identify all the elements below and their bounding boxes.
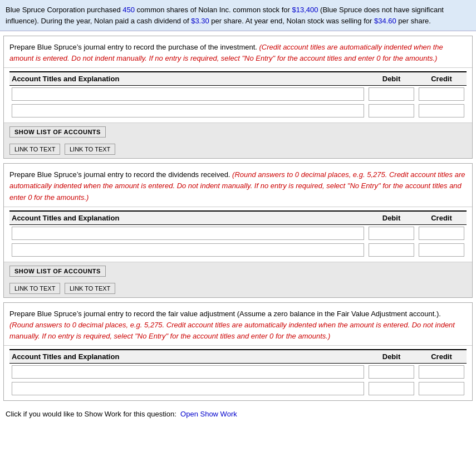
section-3: Prepare Blue Spruce’s journal entry to r…: [3, 302, 473, 401]
section-2-col-acct: Account Titles and Explanation: [9, 211, 366, 225]
section-1-row2-debit: [366, 102, 416, 119]
table-row: [9, 224, 467, 242]
section-1-row2-credit-input[interactable]: [419, 104, 464, 117]
section-2-link1-button[interactable]: LINK TO TEXT: [9, 283, 60, 294]
section-2-row1-credit-input[interactable]: [419, 227, 464, 240]
intro-dividend: $3.30: [191, 17, 209, 25]
table-row: [9, 86, 467, 103]
table-row: [9, 102, 467, 119]
section-2-row2-debit-input[interactable]: [369, 243, 414, 257]
section-2-row1-debit-input[interactable]: [369, 227, 414, 240]
intro-before-shares: Blue Spruce Corporation purchased: [6, 6, 122, 14]
section-3-row2-credit: [416, 380, 467, 397]
section-1-question-normal: Prepare Blue Spruce’s journal entry to r…: [9, 43, 257, 51]
section-3-row2-debit-input[interactable]: [369, 382, 414, 395]
section-2: Prepare Blue Spruce’s journal entry to r…: [3, 163, 473, 297]
section-1: Prepare Blue Spruce’s journal entry to r…: [3, 36, 473, 159]
section-3-question-italic: (Round answers to 0 decimal places, e.g.…: [9, 321, 455, 340]
show-work-label: Click if you would like to Show Work for…: [6, 410, 176, 418]
section-3-row2-credit-input[interactable]: [419, 382, 464, 395]
section-2-row1-credit: [416, 224, 467, 242]
section-1-col-debit: Debit: [366, 72, 416, 86]
section-3-row1-debit: [366, 364, 416, 381]
section-2-question-normal: Prepare Blue Spruce’s journal entry to r…: [9, 170, 230, 179]
section-2-row1-debit: [366, 224, 416, 242]
section-1-link2-button[interactable]: LINK TO TEXT: [65, 144, 115, 155]
section-1-row1-acct-input[interactable]: [12, 87, 364, 101]
section-3-row1-acct-input[interactable]: [12, 365, 364, 379]
intro-after-shares: common shares of Nolan Inc. common stock…: [135, 6, 292, 14]
section-1-row1-acct: [9, 86, 366, 103]
section-3-question-normal: Prepare Blue Spruce’s journal entry to r…: [9, 310, 441, 318]
section-2-table-wrapper: Account Titles and Explanation Debit Cre…: [4, 207, 472, 262]
show-work-line: Click if you would like to Show Work for…: [0, 405, 476, 424]
intro-price: $13,400: [292, 6, 318, 14]
section-1-row2-acct-input[interactable]: [12, 104, 364, 117]
section-1-row2-credit: [416, 102, 467, 119]
section-3-col-credit: Credit: [416, 350, 467, 364]
table-row: [9, 380, 467, 397]
section-2-link2-button[interactable]: LINK TO TEXT: [65, 283, 115, 294]
section-1-row1-debit: [366, 86, 416, 103]
section-1-question: Prepare Blue Spruce’s journal entry to r…: [4, 36, 472, 68]
section-1-table-wrapper: Account Titles and Explanation Debit Cre…: [4, 68, 472, 122]
section-2-row2-credit-input[interactable]: [419, 243, 464, 257]
intro-shares: 450: [122, 6, 135, 14]
section-3-row1-credit-input[interactable]: [419, 365, 464, 379]
section-1-footer: SHOW LIST OF ACCOUNTS LINK TO TEXT LINK …: [4, 122, 472, 158]
section-3-col-acct: Account Titles and Explanation: [9, 350, 366, 364]
section-2-row2-acct: [9, 242, 366, 258]
section-2-row2-acct-input[interactable]: [12, 243, 364, 257]
open-show-work-link[interactable]: Open Show Work: [180, 410, 237, 418]
section-1-row2-debit-input[interactable]: [369, 104, 414, 117]
section-3-row1-credit: [416, 364, 467, 381]
section-2-footer: SHOW LIST OF ACCOUNTS LINK TO TEXT LINK …: [4, 262, 472, 297]
section-1-link1-button[interactable]: LINK TO TEXT: [9, 144, 60, 155]
section-3-row2-debit: [366, 380, 416, 397]
section-1-col-credit: Credit: [416, 72, 467, 86]
section-2-table: Account Titles and Explanation Debit Cre…: [9, 210, 467, 258]
section-2-row1-acct-input[interactable]: [12, 227, 364, 240]
section-1-row1-debit-input[interactable]: [369, 87, 414, 101]
section-1-show-accounts-button[interactable]: SHOW LIST OF ACCOUNTS: [9, 126, 106, 138]
intro-text: Blue Spruce Corporation purchased 450 co…: [0, 0, 476, 31]
section-2-question: Prepare Blue Spruce’s journal entry to r…: [4, 164, 472, 207]
section-1-table: Account Titles and Explanation Debit Cre…: [9, 71, 467, 119]
section-1-row2-acct: [9, 102, 366, 119]
section-1-row1-credit: [416, 86, 467, 103]
section-2-row2-debit: [366, 242, 416, 258]
section-3-col-debit: Debit: [366, 350, 416, 364]
section-3-question: Prepare Blue Spruce’s journal entry to r…: [4, 303, 472, 346]
section-3-table: Account Titles and Explanation Debit Cre…: [9, 349, 467, 397]
intro-year-end-price: $34.60: [374, 17, 396, 25]
section-3-row1-acct: [9, 364, 366, 381]
section-2-show-accounts-button[interactable]: SHOW LIST OF ACCOUNTS: [9, 266, 106, 277]
section-3-table-wrapper: Account Titles and Explanation Debit Cre…: [4, 346, 472, 400]
section-3-row2-acct: [9, 380, 366, 397]
section-2-row2-credit: [416, 242, 467, 258]
section-2-col-credit: Credit: [416, 211, 467, 225]
intro-end: per share.: [396, 17, 431, 25]
section-3-row2-acct-input[interactable]: [12, 382, 364, 395]
intro-mid2: per share. At year end, Nolan stock was …: [209, 17, 374, 25]
section-2-row1-acct: [9, 224, 366, 242]
section-1-row1-credit-input[interactable]: [419, 87, 464, 101]
section-3-row1-debit-input[interactable]: [369, 365, 414, 379]
table-row: [9, 242, 467, 258]
section-2-col-debit: Debit: [366, 211, 416, 225]
section-1-col-acct: Account Titles and Explanation: [9, 72, 366, 86]
table-row: [9, 364, 467, 381]
